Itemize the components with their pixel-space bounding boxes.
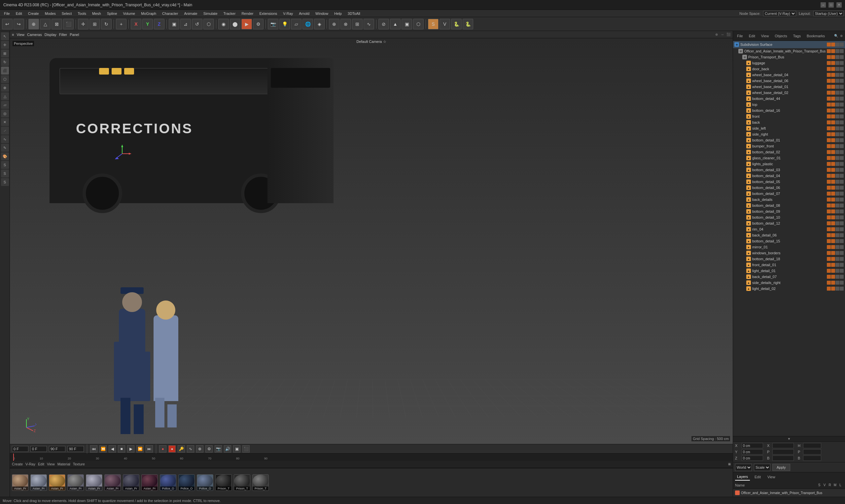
- hierarchy-item-light-detail-02[interactable]: ▲ light_detail_02: [733, 286, 845, 292]
- sidebar-icon-torus[interactable]: ◎: [1, 109, 9, 118]
- hierarchy-item-front[interactable]: ▲ front: [733, 113, 845, 120]
- script-button[interactable]: 🐍: [451, 19, 462, 29]
- boolean-button[interactable]: ⊗: [341, 19, 351, 29]
- size-p-input[interactable]: [803, 449, 821, 454]
- scale-tool-button[interactable]: ⊞: [89, 19, 100, 29]
- menu-volume[interactable]: Volume: [121, 11, 138, 16]
- menu-animate[interactable]: Animate: [181, 11, 200, 16]
- move-tool-button[interactable]: ✛: [78, 19, 88, 29]
- render-settings-button[interactable]: ⚙: [253, 19, 263, 29]
- viewport-control-2[interactable]: ↔: [720, 32, 725, 37]
- menu-extensions[interactable]: Extensions: [257, 11, 280, 16]
- object-hierarchy[interactable]: ⊕ Subdivision Surface ⊘ Officer_and_Asia…: [733, 41, 845, 436]
- array-button[interactable]: ⊞: [352, 19, 363, 29]
- render-button[interactable]: ▶: [241, 19, 252, 29]
- material-item-2[interactable]: Asian_Pr: [30, 474, 47, 491]
- hierarchy-item-bottom-18[interactable]: ▲ bottom_detail_18: [733, 256, 845, 262]
- sidebar-icon-sphere[interactable]: ⬡: [1, 75, 9, 83]
- hierarchy-item-wheel-2[interactable]: ▲ wheel_base_detail_06: [733, 78, 845, 84]
- x-pos-input[interactable]: [742, 443, 763, 448]
- motion-path-button[interactable]: ∿: [187, 445, 194, 452]
- hierarchy-item-top[interactable]: ▲ top: [733, 102, 845, 108]
- mat-menu-icon[interactable]: ≡: [728, 462, 731, 467]
- sidebar-icon-plane[interactable]: ▱: [1, 101, 9, 109]
- panel-tab-edit[interactable]: Edit: [746, 33, 758, 39]
- hierarchy-item-bottom-10[interactable]: ▲ bottom_detail_10: [733, 214, 845, 220]
- sidebar-icon-sculpt[interactable]: S: [1, 161, 9, 169]
- panel-tab-tags[interactable]: Tags: [791, 33, 804, 39]
- hierarchy-item-main-group[interactable]: ⊘ Officer_and_Asian_Inmate_with_Prison_T…: [733, 48, 845, 54]
- point-mode-button[interactable]: △: [40, 19, 51, 29]
- sidebar-icon-s2[interactable]: S: [1, 169, 9, 178]
- material-item-7[interactable]: Asian_Pr: [123, 474, 139, 491]
- motion-record-button[interactable]: ⊕: [196, 445, 203, 452]
- menu-render[interactable]: Render: [239, 11, 256, 16]
- stop-button[interactable]: ■: [118, 445, 125, 452]
- sidebar-icon-null[interactable]: ✕: [1, 118, 9, 126]
- menu-mesh[interactable]: Mesh: [89, 11, 104, 16]
- bevel-button[interactable]: ▣: [401, 19, 412, 29]
- sky-button[interactable]: 🌐: [303, 19, 313, 29]
- material-item-6[interactable]: Asian_Pr: [104, 474, 121, 491]
- floor-button[interactable]: ▱: [291, 19, 301, 29]
- key-all-button[interactable]: 🔑: [178, 445, 185, 452]
- camera-button[interactable]: 📷: [268, 19, 278, 29]
- viewport-menu-display[interactable]: Display: [45, 33, 56, 37]
- material-item-8[interactable]: Asian_Pr: [141, 474, 158, 491]
- menu-select[interactable]: Select: [59, 11, 75, 16]
- scale-dropdown[interactable]: Scale: [754, 464, 770, 471]
- hierarchy-item-mirror-01[interactable]: ▲ mirror_01: [733, 244, 845, 250]
- sidebar-icon-pen[interactable]: ✎: [1, 144, 9, 152]
- sidebar-icon-cube[interactable]: ⬛: [1, 67, 9, 74]
- render-preview-button[interactable]: ▣: [233, 445, 240, 452]
- preview-render-button[interactable]: 📷: [214, 445, 222, 452]
- menu-arnold[interactable]: Arnold: [296, 11, 312, 16]
- material-item-12[interactable]: Prison_T: [215, 474, 232, 491]
- hierarchy-item-bottom-12[interactable]: ▲ bottom_detail_12: [733, 220, 845, 226]
- record-button[interactable]: ●: [159, 445, 167, 452]
- frame-current-input[interactable]: [12, 446, 29, 452]
- frame-rate-input[interactable]: [30, 446, 47, 452]
- hierarchy-item-luggage[interactable]: ▲ luggage: [733, 60, 845, 66]
- hierarchy-item-bottom-15[interactable]: ▲ bottom_detail_15: [733, 238, 845, 244]
- redo-button[interactable]: ↪: [14, 19, 24, 29]
- hierarchy-item-bus-group[interactable]: ⊘ Prison_Transport_Bus: [733, 54, 845, 60]
- scale-object-button[interactable]: ⬡: [203, 19, 214, 29]
- frame-to-input[interactable]: [49, 446, 65, 452]
- step-back-button[interactable]: ⏪: [99, 445, 107, 452]
- rotate-tool-button[interactable]: ↻: [101, 19, 111, 29]
- panel-filter-icon[interactable]: ⊕: [839, 34, 844, 38]
- knife-tool-button[interactable]: ⊘: [378, 19, 389, 29]
- mat-menu-material[interactable]: Material: [57, 462, 70, 466]
- hierarchy-item-windows-borders[interactable]: ▲ windows_borders: [733, 250, 845, 256]
- hierarchy-item-door-back[interactable]: ▲ door_back: [733, 66, 845, 72]
- material-item-1[interactable]: Asian_Pr: [12, 474, 29, 491]
- hierarchy-item-bottom-04[interactable]: ▲ bottom_detail_04: [733, 173, 845, 179]
- sidebar-icon-paint[interactable]: 🎨: [1, 152, 9, 160]
- menu-help[interactable]: Help: [331, 11, 344, 16]
- size-b-input[interactable]: [803, 455, 821, 461]
- sidebar-icon-select[interactable]: ↖: [1, 32, 9, 40]
- go-to-end-button[interactable]: ⏭: [145, 445, 153, 452]
- apply-button[interactable]: Apply: [772, 464, 790, 471]
- hierarchy-item-bottom-01[interactable]: ▲ bottom_detail_01: [733, 137, 845, 143]
- menu-tools[interactable]: Tools: [75, 11, 89, 16]
- layers-tab-view[interactable]: View: [765, 474, 777, 480]
- hierarchy-item-bottom-07[interactable]: ▲ bottom_detail_07: [733, 191, 845, 197]
- z-pos-input[interactable]: [742, 455, 763, 461]
- hierarchy-item-bottom-02[interactable]: ▲ bottom_detail_02: [733, 149, 845, 155]
- hierarchy-item-bottom-06[interactable]: ▲ bottom_detail_06: [733, 185, 845, 191]
- menu-character[interactable]: Character: [159, 11, 180, 16]
- hierarchy-item-lights-plastic[interactable]: ▲ lights_plastic: [733, 161, 845, 167]
- light-button[interactable]: 💡: [279, 19, 290, 29]
- hierarchy-item-bottom-03[interactable]: ▲ bottom_detail_03: [733, 167, 845, 173]
- viewport[interactable]: CORRECTIONS: [10, 38, 733, 444]
- render-region-button[interactable]: ⬤: [230, 19, 240, 29]
- layout-select[interactable]: Startup (User): [813, 11, 844, 16]
- sidebar-icon-move[interactable]: ✛: [1, 41, 9, 49]
- extrude-button[interactable]: ▲: [390, 19, 400, 29]
- hierarchy-item-wheel-3[interactable]: ▲ wheel_base_detail_01: [733, 84, 845, 90]
- playback-settings-button[interactable]: ⚙: [205, 445, 213, 452]
- viewport-control-1[interactable]: ⊕: [714, 32, 719, 37]
- viewport-menu-panel[interactable]: Panel: [70, 33, 79, 37]
